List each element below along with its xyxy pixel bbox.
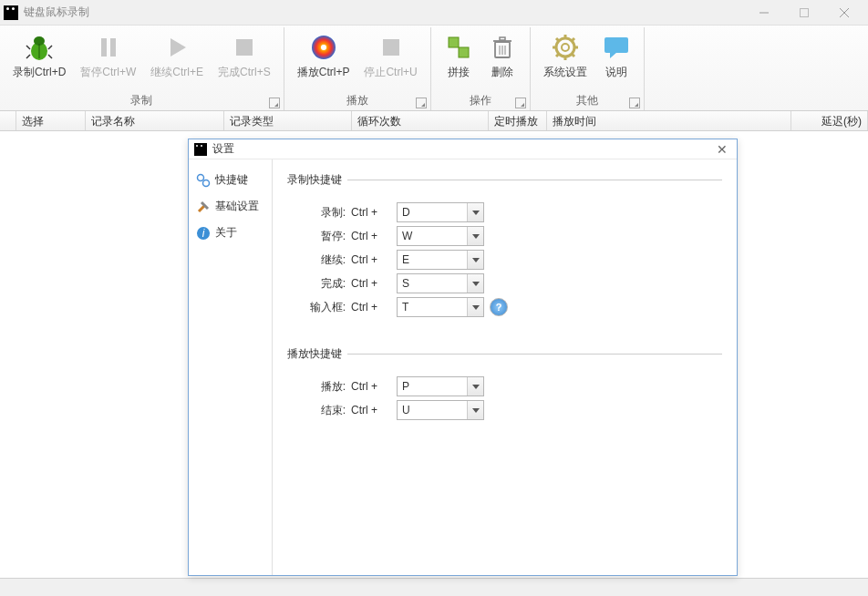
svg-rect-18 <box>449 37 459 47</box>
app-icon <box>4 5 18 20</box>
record-key-combo[interactable]: D <box>397 202 484 222</box>
ctrl-prefix: Ctrl + <box>351 206 391 219</box>
svg-rect-14 <box>236 39 253 56</box>
titlebar: 键盘鼠标录制 <box>0 0 868 26</box>
col-loop[interactable]: 循环次数 <box>352 111 489 130</box>
svg-line-9 <box>26 55 30 58</box>
stop2-icon <box>377 33 406 62</box>
ctrl-prefix: Ctrl + <box>351 380 391 393</box>
delete-button[interactable]: 删除 <box>480 29 524 94</box>
info-icon: i <box>196 226 211 241</box>
group-launcher[interactable] <box>629 98 640 108</box>
play-hotkeys-legend: 播放快捷键 <box>287 346 347 362</box>
ctrl-prefix: Ctrl + <box>351 253 391 266</box>
chevron-down-icon <box>467 377 483 396</box>
svg-line-32 <box>556 38 560 42</box>
svg-point-16 <box>321 45 326 50</box>
row-input-label: 输入框: <box>287 300 346 315</box>
record-button[interactable]: 录制Ctrl+D <box>5 29 73 94</box>
svg-line-34 <box>571 38 574 42</box>
settings-dialog: 设置 ✕ 快捷键 基础设置 i 关于 录制快捷键 录制: Ctrl + <box>188 139 738 576</box>
ribbon-group-record: 录制Ctrl+D 暂停Ctrl+W 继续Ctrl+E 完成Ctrl+S 录制 <box>0 27 284 110</box>
finish-button[interactable]: 完成Ctrl+S <box>211 29 278 94</box>
group-launcher[interactable] <box>269 98 280 108</box>
svg-rect-36 <box>604 37 628 53</box>
pause-button[interactable]: 暂停Ctrl+W <box>73 29 143 94</box>
svg-rect-11 <box>101 38 107 57</box>
splice-label: 拼接 <box>448 66 470 78</box>
splice-button[interactable]: 拼接 <box>437 29 480 94</box>
resume-key-value: E <box>398 253 467 266</box>
chevron-down-icon <box>467 274 483 293</box>
group-label-action: 操作 <box>437 94 524 110</box>
resume-key-combo[interactable]: E <box>397 250 484 270</box>
help-label: 说明 <box>605 66 627 78</box>
row-resume-label: 继续: <box>287 252 346 268</box>
col-handle[interactable] <box>0 111 16 130</box>
dialog-nav: 快捷键 基础设置 i 关于 <box>189 159 273 575</box>
play-hotkeys-group: 播放快捷键 播放: Ctrl + P 结束: Ctrl + U <box>287 346 722 424</box>
dialog-app-icon <box>194 143 207 156</box>
minimize-button[interactable] <box>744 0 784 26</box>
help-button[interactable]: 说明 <box>594 29 638 94</box>
row-end-label: 结束: <box>287 403 346 418</box>
row-pause-label: 暂停: <box>287 229 346 244</box>
table-header: 选择 记录名称 记录类型 循环次数 定时播放 播放时间 延迟(秒) <box>0 111 868 131</box>
ribbon-toolbar: 录制Ctrl+D 暂停Ctrl+W 继续Ctrl+E 完成Ctrl+S 录制 播… <box>0 26 868 111</box>
dialog-close-button[interactable]: ✕ <box>713 142 731 157</box>
finish-key-combo[interactable]: S <box>397 273 484 293</box>
nav-hotkeys[interactable]: 快捷键 <box>189 167 272 193</box>
svg-line-35 <box>556 54 560 57</box>
row-play-label: 播放: <box>287 379 346 395</box>
input-help-button[interactable]: ? <box>490 298 508 316</box>
group-launcher[interactable] <box>416 98 427 108</box>
disc-icon <box>309 33 338 62</box>
pause-icon <box>94 33 123 62</box>
settings-button[interactable]: 系统设置 <box>536 29 594 94</box>
ctrl-prefix: Ctrl + <box>351 404 391 416</box>
tools-icon <box>196 200 211 214</box>
dialog-titlebar[interactable]: 设置 ✕ <box>189 139 737 159</box>
col-sched[interactable]: 定时播放 <box>489 111 547 130</box>
chevron-down-icon <box>467 203 483 221</box>
nav-basic[interactable]: 基础设置 <box>189 193 272 220</box>
stop-button[interactable]: 停止Ctrl+U <box>356 29 424 94</box>
group-label-record: 录制 <box>5 94 278 110</box>
ctrl-prefix: Ctrl + <box>351 301 391 313</box>
svg-point-38 <box>198 174 204 180</box>
blocks-icon <box>444 33 473 62</box>
pause-key-combo[interactable]: W <box>397 226 484 246</box>
row-finish-label: 完成: <box>287 276 346 292</box>
col-type[interactable]: 记录类型 <box>224 111 352 130</box>
stop-icon <box>230 33 259 62</box>
end-key-value: U <box>398 404 467 416</box>
end-key-combo[interactable]: U <box>397 400 484 420</box>
input-key-combo[interactable]: T <box>397 297 484 317</box>
col-select[interactable]: 选择 <box>16 111 86 130</box>
record-label: 录制Ctrl+D <box>13 66 66 78</box>
resume-button[interactable]: 继续Ctrl+E <box>143 29 211 94</box>
svg-rect-1 <box>801 8 809 16</box>
col-playtime[interactable]: 播放时间 <box>547 111 791 130</box>
play-button[interactable]: 播放Ctrl+P <box>290 29 357 94</box>
record-hotkeys-legend: 录制快捷键 <box>287 172 347 188</box>
statusbar <box>0 578 868 596</box>
finish-key-value: S <box>398 277 467 290</box>
close-button[interactable] <box>824 0 864 26</box>
resume-label: 继续Ctrl+E <box>150 66 203 78</box>
chevron-down-icon <box>467 298 483 316</box>
svg-marker-37 <box>610 52 617 58</box>
ctrl-prefix: Ctrl + <box>351 230 391 242</box>
nav-about[interactable]: i 关于 <box>189 220 272 246</box>
row-record-label: 录制: <box>287 205 346 221</box>
chevron-down-icon <box>467 227 483 245</box>
svg-line-7 <box>26 46 30 49</box>
play-key-combo[interactable]: P <box>397 376 484 396</box>
group-launcher[interactable] <box>515 98 526 108</box>
col-delay[interactable]: 延迟(秒) <box>791 111 868 130</box>
trash-icon <box>488 33 517 62</box>
svg-rect-12 <box>110 38 116 57</box>
ribbon-group-play: 播放Ctrl+P 停止Ctrl+U 播放 <box>284 27 431 110</box>
col-name[interactable]: 记录名称 <box>86 111 224 130</box>
maximize-button[interactable] <box>784 0 824 26</box>
